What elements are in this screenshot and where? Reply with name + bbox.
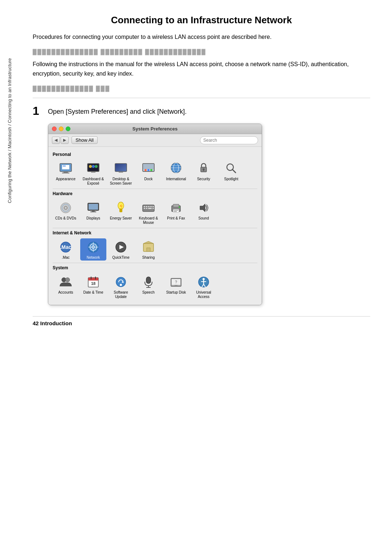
svg-line-30 (232, 169, 236, 173)
pref-appearance[interactable]: Appearance (53, 160, 79, 186)
pref-spotlight[interactable]: Spotlight (218, 160, 244, 186)
hardware-icons-row: CDs & DVDs Displays Energy Saver (53, 199, 257, 226)
svg-rect-49 (148, 208, 152, 209)
footer-row: 42 Introduction (33, 316, 370, 326)
pref-datetime[interactable]: 18 Date & Time (80, 273, 106, 300)
intro-paragraph: Procedures for connecting your computer … (33, 32, 370, 42)
show-all-button[interactable]: Show All (72, 136, 98, 144)
pref-network[interactable]: Network (80, 238, 106, 261)
pref-desktop[interactable]: Desktop & Screen Saver (108, 160, 134, 186)
svg-point-89 (203, 278, 205, 280)
step-1-row: 1 Open [System Preferences] and click [N… (33, 105, 370, 117)
hardware-divider (53, 228, 257, 228)
main-content: Connecting to an Infrastructure Network … (22, 0, 392, 540)
pref-sound[interactable]: Sound (191, 199, 217, 226)
dashboard-label: Dashboard & Exposé (82, 177, 105, 186)
pref-security[interactable]: Security (191, 160, 217, 186)
svg-rect-56 (174, 211, 177, 212)
svg-rect-46 (150, 206, 152, 207)
pref-startup[interactable]: ? Startup Disk (163, 273, 189, 300)
dock-icon (141, 161, 156, 176)
forward-button[interactable]: ▶ (61, 137, 69, 144)
pref-speech[interactable]: Speech (135, 273, 162, 300)
search-input[interactable] (200, 136, 258, 144)
pref-accounts[interactable]: Accounts (53, 273, 79, 300)
pref-software[interactable]: Software Update (108, 273, 134, 300)
svg-point-57 (179, 206, 180, 208)
close-button[interactable] (52, 126, 57, 131)
svg-point-18 (144, 169, 147, 171)
appearance-label: Appearance (56, 177, 75, 181)
back-button[interactable]: ◀ (52, 137, 60, 144)
pref-international[interactable]: International (163, 160, 189, 186)
svg-rect-13 (115, 164, 126, 171)
pref-universal[interactable]: Universal Access (191, 273, 217, 300)
svg-rect-38 (90, 211, 96, 212)
pref-dashboard[interactable]: Dashboard & Exposé (80, 160, 106, 186)
keyboard-label: Keyboard & Mouse (137, 216, 160, 225)
svg-text:.Mac: .Mac (60, 244, 71, 250)
pref-mac[interactable]: .Mac .Mac (53, 238, 79, 261)
svg-rect-45 (148, 206, 150, 207)
section-system-label: System (53, 265, 257, 270)
pref-cds[interactable]: CDs & DVDs (53, 199, 79, 226)
svg-rect-36 (89, 204, 98, 210)
svg-point-80 (120, 284, 122, 286)
pref-quicktime[interactable]: QuickTime (108, 238, 134, 261)
datetime-label: Date & Time (83, 290, 103, 295)
universal-label: Universal Access (192, 290, 215, 299)
pref-displays[interactable]: Displays (80, 199, 106, 226)
svg-rect-51 (152, 208, 154, 209)
svg-rect-74 (88, 278, 98, 281)
personal-divider (53, 189, 257, 189)
nav-buttons: ◀ ▶ (52, 137, 69, 144)
pref-keyboard[interactable]: Keyboard & Mouse (135, 199, 162, 226)
zoom-button[interactable] (66, 126, 70, 131)
pref-print[interactable]: Print & Fax (163, 199, 189, 226)
svg-rect-53 (173, 204, 179, 207)
svg-rect-81 (146, 277, 151, 283)
section-internet-label: Internet & Network (53, 230, 257, 235)
international-label: International (166, 177, 186, 181)
appearance-icon (58, 161, 73, 176)
spotlight-icon (224, 161, 238, 176)
sound-label: Sound (199, 216, 209, 221)
section-divider (33, 98, 370, 98)
speech-icon (141, 275, 156, 289)
spotlight-label: Spotlight (224, 177, 238, 181)
syspref-window: System Preferences ◀ ▶ Show All Personal (48, 124, 262, 305)
minimize-button[interactable] (59, 126, 64, 131)
svg-rect-50 (152, 206, 154, 207)
startup-label: Startup Disk (166, 290, 186, 295)
accounts-icon (58, 275, 73, 289)
svg-rect-3 (64, 172, 68, 173)
svg-point-7 (89, 165, 92, 168)
dashboard-icon (86, 161, 101, 176)
startup-icon: ? (169, 275, 183, 289)
pref-energy[interactable]: Energy Saver (108, 199, 134, 226)
mac-icon: .Mac (58, 240, 73, 254)
sharing-label: Sharing (142, 255, 155, 260)
svg-text:?: ? (175, 280, 177, 284)
network-icon (86, 240, 101, 254)
dock-label: Dock (144, 177, 153, 181)
svg-rect-37 (92, 210, 95, 211)
syspref-body: Personal Appearance Dashboard & Exposé (48, 147, 262, 305)
international-icon (169, 161, 183, 176)
svg-rect-55 (174, 210, 178, 211)
pref-sharing[interactable]: Sharing (135, 238, 162, 261)
svg-point-8 (92, 165, 95, 168)
pref-dock[interactable]: Dock (135, 160, 162, 186)
sidebar-text: Configuring the Network / Macintosh / Co… (7, 58, 13, 203)
step-text: Open [System Preferences] and click [Net… (48, 105, 187, 117)
section-personal-label: Personal (53, 152, 257, 157)
internet-icons-row: .Mac .Mac Network Quick (53, 238, 257, 261)
software-label: Software Update (109, 290, 132, 299)
sharing-icon (141, 240, 156, 254)
svg-point-20 (150, 169, 152, 171)
universal-icon (196, 275, 211, 289)
energy-icon (114, 201, 128, 215)
svg-rect-10 (91, 172, 95, 173)
personal-icons-row: Appearance Dashboard & Exposé Desktop & … (53, 160, 257, 186)
desktop-label: Desktop & Screen Saver (109, 177, 132, 186)
